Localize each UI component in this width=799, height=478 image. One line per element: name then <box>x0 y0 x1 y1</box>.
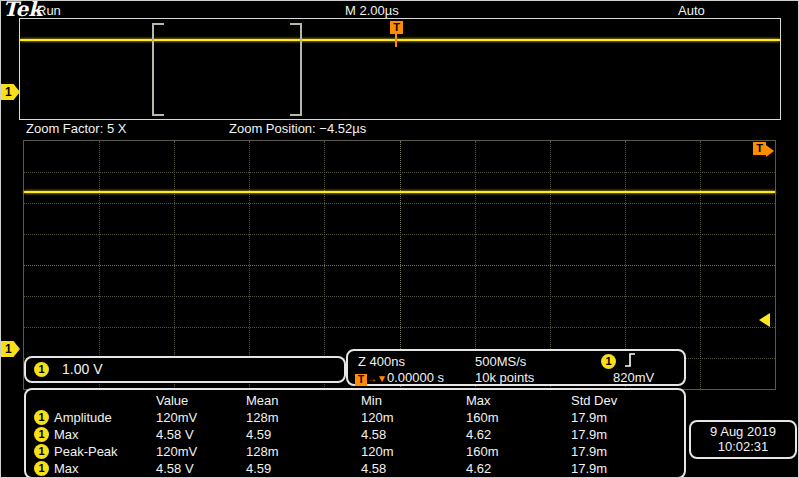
measurement-stddev: 17.9m <box>571 461 607 476</box>
trigger-position-line <box>395 34 397 47</box>
acquisition-overview: T <box>19 18 781 120</box>
trigger-level-arrow-icon <box>759 313 770 327</box>
ch1-waveform <box>24 191 775 193</box>
grid-line <box>24 172 775 173</box>
grid-line <box>24 203 775 204</box>
measurement-max: 160m <box>466 410 499 425</box>
measurement-value: 4.58 V <box>156 427 194 442</box>
zoom-position-label: Zoom Position: −4.52µs <box>229 121 366 136</box>
sample-rate-readout: 500MS/s <box>475 354 526 369</box>
measurement-mean: 128m <box>246 444 279 459</box>
measurement-max: 4.62 <box>466 427 491 442</box>
trigger-position-flag-icon: T <box>390 21 403 34</box>
header-mean: Mean <box>246 393 279 408</box>
measurement-row: 1 Peak-Peak 120mV 128m 120m 160m 17.9m <box>26 444 684 460</box>
channel1-ground-marker: 1 <box>1 341 20 357</box>
header-min: Min <box>361 393 382 408</box>
measurement-mean: 128m <box>246 410 279 425</box>
channel-badge: 1 <box>34 444 49 459</box>
measurements-panel: Value Mean Min Max Std Dev 1 Amplitude 1… <box>24 388 686 478</box>
grid-line <box>24 234 775 235</box>
measurement-name: Amplitude <box>54 410 112 425</box>
date-readout: 9 Aug 2019 <box>691 424 795 439</box>
grid-line <box>24 296 775 297</box>
measurement-name: Peak-Peak <box>54 444 118 459</box>
trigger-position-value: 0.00000 s <box>387 370 444 385</box>
time-readout: 10:02:31 <box>691 439 795 454</box>
measurement-value: 4.58 V <box>156 461 194 476</box>
arrow-down-icon: ▼ <box>377 373 387 384</box>
measurement-stddev: 17.9m <box>571 444 607 459</box>
horizontal-scale-readout: M 2.00µs <box>345 3 399 18</box>
measurement-max: 160m <box>466 444 499 459</box>
header-stddev: Std Dev <box>571 393 617 408</box>
acquisition-readout-panel: Z 400ns T→▼0.00000 s 500MS/s 10k points … <box>346 349 686 386</box>
measurement-mean: 4.59 <box>246 461 271 476</box>
trigger-marker-icon: T <box>753 142 766 155</box>
measurement-min: 120m <box>361 444 394 459</box>
record-length-readout: 10k points <box>475 370 534 385</box>
rising-edge-icon <box>624 353 636 370</box>
measurement-min: 4.58 <box>361 427 386 442</box>
channel1-badge: 1 <box>34 362 49 377</box>
trigger-source-badge: 1 <box>601 354 616 369</box>
channel-badge: 1 <box>34 410 49 425</box>
zoom-factor-label: Zoom Factor: 5 X <box>26 121 126 136</box>
measurement-name: Max <box>54 461 79 476</box>
zoom-timebase-readout: Z 400ns <box>358 354 405 369</box>
trigger-flag-icon: T <box>355 374 367 386</box>
measurement-min: 4.58 <box>361 461 386 476</box>
trigger-position-readout: T→▼0.00000 s <box>355 370 444 386</box>
channel-badge: 1 <box>34 461 49 476</box>
measurement-stddev: 17.9m <box>571 410 607 425</box>
overview-waveform <box>20 39 780 41</box>
grid-center-line <box>24 265 775 266</box>
channel-scale-panel: 1 1.00 V <box>24 356 346 383</box>
measurement-stddev: 17.9m <box>571 427 607 442</box>
measurement-row: 1 Max 4.58 V 4.59 4.58 4.62 17.9m <box>26 427 684 443</box>
channel1-marker-overview: 1 <box>1 84 20 100</box>
trigger-level-readout: 820mV <box>613 370 654 385</box>
arrow-right-icon: → <box>367 373 377 384</box>
zoom-window-bracket-right <box>290 23 302 116</box>
acquisition-status: Run <box>37 3 61 18</box>
header-value: Value <box>156 393 188 408</box>
trigger-mode-readout: Auto <box>678 3 705 18</box>
measurements-header-row: Value Mean Min Max Std Dev <box>26 393 684 409</box>
zoom-window-bracket-left <box>152 23 164 116</box>
ch1-vertical-scale: 1.00 V <box>62 361 102 377</box>
measurement-value: 120mV <box>156 444 197 459</box>
measurement-value: 120mV <box>156 410 197 425</box>
header-max: Max <box>466 393 491 408</box>
measurement-max: 4.62 <box>466 461 491 476</box>
channel-badge: 1 <box>34 427 49 442</box>
measurement-row: 1 Max 4.58 V 4.59 4.58 4.62 17.9m <box>26 461 684 477</box>
measurement-mean: 4.59 <box>246 427 271 442</box>
measurement-row: 1 Amplitude 120mV 128m 120m 160m 17.9m <box>26 410 684 426</box>
trigger-marker-arrow-icon <box>766 145 774 157</box>
oscilloscope-screen: Tek Run M 2.00µs Auto T 1 Zoom Factor: 5… <box>0 0 799 478</box>
measurement-min: 120m <box>361 410 394 425</box>
measurement-name: Max <box>54 427 79 442</box>
grid-line <box>24 327 775 328</box>
datetime-panel: 9 Aug 2019 10:02:31 <box>689 420 797 459</box>
